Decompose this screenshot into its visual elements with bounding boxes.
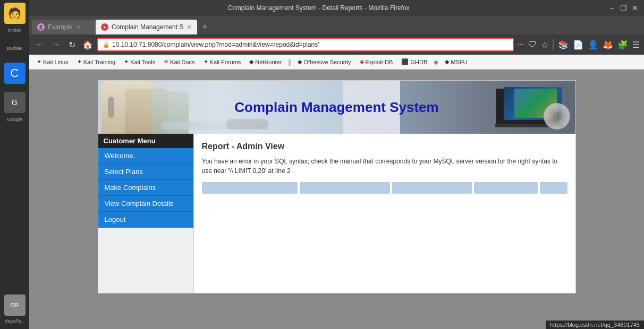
dock-label-swdsao: swdsao	[4, 45, 26, 52]
cms-main-content: Report - Admin View You have an error in…	[194, 134, 575, 293]
cms-main-heading: Report - Admin View	[202, 142, 567, 151]
tab-favicon-example: 👤	[37, 23, 45, 31]
ghdb-icon: ⬛	[401, 58, 409, 65]
bookmark-msfu[interactable]: ◆ MSFU	[442, 57, 470, 66]
new-tab-button[interactable]: +	[197, 20, 212, 34]
window-title: Complain Management System - Detail Repo…	[35, 4, 603, 12]
fox-icon[interactable]: 🦊	[603, 40, 613, 50]
tab-example[interactable]: 👤 Example ✕	[32, 20, 96, 34]
dock-bottom: DR dayuRa..	[0, 295, 29, 324]
kali-forums-icon: ✦	[204, 58, 208, 65]
forward-button[interactable]: →	[49, 38, 62, 51]
bookmark-ghdb[interactable]: ⬛ GHDB	[398, 57, 430, 66]
table-bar-4	[474, 182, 538, 194]
bookmark-kali-tools[interactable]: ✦ Kali Tools	[121, 57, 158, 66]
close-button[interactable]: ✕	[631, 4, 639, 12]
kali-linux-icon: ✦	[37, 58, 41, 65]
address-bar: ← → ↻ 🏠 🔒 10.10.10.71:8080/complain/view…	[29, 34, 644, 55]
bookmark-kali-docs[interactable]: ❋ Kali Docs	[160, 57, 198, 66]
separator1: ‖	[287, 58, 292, 66]
error-line2: use near '\\ LIMIT 0,20' at line 2	[202, 167, 291, 175]
window-controls: − ❐ ✕	[608, 4, 639, 12]
bookmarks-bar: ✦ Kali Linux ✦ Kali Training ✦ Kali Tool…	[29, 55, 644, 70]
user-icon[interactable]: 👤	[588, 40, 598, 50]
library-icon[interactable]: 📚	[558, 40, 569, 50]
bookmark-kali-forums[interactable]: ✦ Kali Forums	[200, 57, 244, 66]
dock-icon-minion[interactable]: 🧑	[4, 3, 26, 24]
browser-window: Complain Management System - Detail Repo…	[29, 0, 644, 329]
table-bar-2	[300, 182, 390, 194]
title-bar: Complain Management System - Detail Repo…	[29, 0, 644, 16]
restore-button[interactable]: ❐	[620, 4, 627, 12]
home-button[interactable]: 🏠	[81, 38, 94, 51]
exploit-db-icon: ◆	[360, 58, 364, 65]
cms-container: Complain Management System	[98, 80, 576, 293]
tab-favicon-complain: ●	[101, 23, 108, 31]
tab-label-example: Example	[48, 23, 73, 31]
table-placeholder	[202, 182, 567, 194]
status-url: https://blog.csdn.net/qq_34801745	[550, 322, 640, 328]
left-dock: 🧑 minion swdsao C G Google DR dayuRa..	[0, 0, 29, 329]
url-bar[interactable]: 🔒 10.10.10.71:8080/complain/view.php?mod…	[97, 38, 514, 51]
kali-training-icon: ✦	[77, 58, 82, 65]
kali-docs-icon: ❋	[164, 58, 168, 65]
dock-label-minion: minion	[4, 27, 26, 34]
page-content: Complain Management System	[29, 70, 644, 329]
minimize-button[interactable]: −	[608, 4, 615, 12]
nav-logout[interactable]: Logout	[98, 212, 193, 228]
desktop: 🧑 minion swdsao C G Google DR dayuRa.. C…	[0, 0, 644, 329]
error-line1: You have an error in your SQL syntax; ch…	[202, 158, 558, 165]
nav-welcome[interactable]: Welcome,	[98, 148, 193, 164]
nav-select-plans[interactable]: Select Plans	[98, 164, 193, 180]
back-button[interactable]: ←	[33, 38, 46, 51]
tab-complain[interactable]: ● Complain Management S ✕	[96, 20, 197, 34]
lock-icon: 🔒	[103, 41, 110, 48]
cms-body: Customer Menu Welcome, Select Plans Make…	[98, 134, 575, 293]
tab-label-complain: Complain Management S	[112, 23, 183, 31]
hamburger-menu-icon[interactable]: ☰	[632, 40, 640, 50]
msfu-icon: ◆	[445, 58, 449, 65]
nav-header: Customer Menu	[98, 134, 193, 148]
table-bar-5	[540, 182, 567, 194]
reload-button[interactable]: ↻	[65, 38, 78, 51]
puzzle-icon[interactable]: 🧩	[617, 40, 628, 50]
dock-label-dayura: dayuRa..	[5, 318, 24, 324]
nav-make-complains[interactable]: Make Complains	[98, 180, 193, 196]
nav-view-complain-details[interactable]: View Complain Details	[98, 196, 193, 212]
dock-icon-chrome[interactable]: C	[4, 63, 26, 84]
tab-bar: 👤 Example ✕ ● Complain Management S ✕ +	[29, 16, 644, 34]
shield-icon[interactable]: 🛡	[528, 40, 537, 49]
tab-close-complain[interactable]: ✕	[187, 23, 192, 31]
cms-header: Complain Management System	[98, 81, 575, 134]
error-message: You have an error in your SQL syntax; ch…	[202, 157, 567, 176]
dock-label-google: Google	[4, 116, 26, 123]
bookmark-nethunter[interactable]: ◆ NetHunter	[246, 57, 285, 66]
offensive-security-icon: ◆	[298, 58, 302, 65]
bookmark-offensive-security[interactable]: ◆ Offensive Security	[294, 57, 354, 66]
cms-title: Complain Management System	[234, 99, 438, 116]
menu-dots-icon[interactable]: ···	[517, 40, 524, 49]
bookmark-kali-linux[interactable]: ✦ Kali Linux	[33, 57, 72, 66]
separator2: ◆	[433, 58, 439, 66]
kali-tools-icon: ✦	[124, 58, 129, 65]
dock-icon-dayura[interactable]: DR	[4, 295, 26, 316]
bookmark-kali-training[interactable]: ✦ Kali Training	[74, 57, 119, 66]
dock-icon-google[interactable]: G	[4, 92, 26, 113]
table-bar-1	[202, 182, 298, 194]
status-bar: https://blog.csdn.net/qq_34801745	[546, 321, 644, 329]
cms-nav: Customer Menu Welcome, Select Plans Make…	[98, 134, 194, 293]
url-text: 10.10.10.71:8080/complain/view.php?mod=a…	[112, 41, 319, 48]
bookmark-exploit-db[interactable]: ◆ Exploit-DB	[357, 57, 396, 66]
star-icon[interactable]: ☆	[541, 40, 548, 50]
table-bar-3	[392, 182, 472, 194]
address-right-icons: ··· 🛡 ☆ 📚 📄 👤 🦊 🧩 ☰	[517, 39, 640, 50]
reader-icon[interactable]: 📄	[573, 40, 583, 50]
nethunter-icon: ◆	[249, 58, 253, 65]
divider	[553, 39, 554, 50]
tab-close-example[interactable]: ✕	[76, 23, 81, 31]
